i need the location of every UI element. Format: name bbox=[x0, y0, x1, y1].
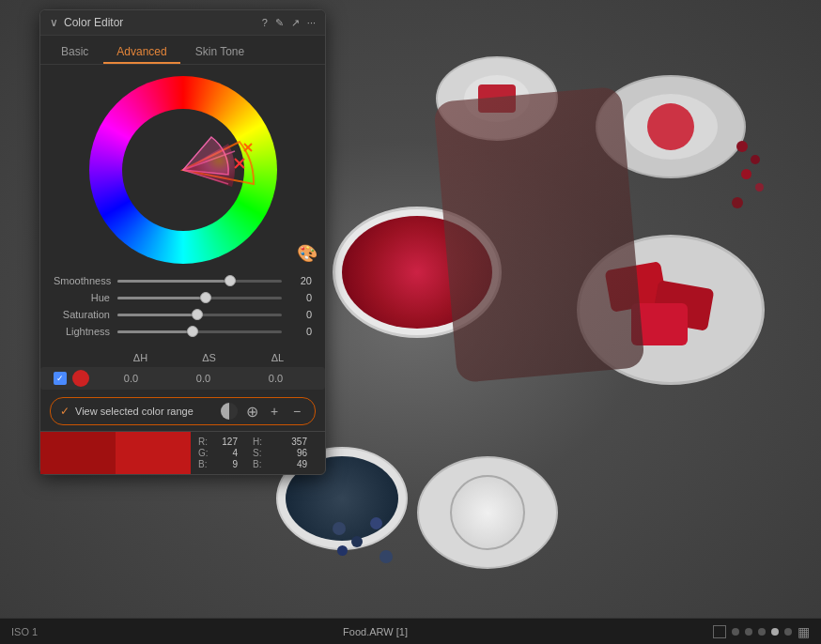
color-preview-after bbox=[116, 432, 191, 474]
dot-1[interactable] bbox=[732, 628, 739, 636]
help-icon[interactable]: ? bbox=[262, 17, 268, 28]
hue-value: 0 bbox=[286, 292, 312, 303]
b-label: B: bbox=[198, 459, 209, 469]
panel-header-left: ∨ Color Editor bbox=[50, 16, 123, 29]
mask-icon[interactable]: ⊕ bbox=[243, 403, 260, 420]
col-header-ds: ΔS bbox=[175, 352, 243, 363]
half-circle-icon[interactable] bbox=[221, 403, 238, 420]
sliders-section: Smoothness 20 Hue 0 Saturation 0 bbox=[40, 271, 325, 350]
add-icon[interactable]: + bbox=[266, 403, 283, 420]
color-wheel-container[interactable] bbox=[89, 76, 277, 264]
b2-spacer bbox=[240, 459, 251, 469]
row-dl-value: 0.0 bbox=[240, 373, 312, 384]
dot-2[interactable] bbox=[745, 628, 752, 636]
chevron-down-icon[interactable]: ∨ bbox=[50, 16, 58, 29]
row-checkbox[interactable]: ✓ bbox=[54, 372, 67, 385]
color-preview-strip: R: 127 H: 357 G: 4 S: 96 B: 9 B: 49 bbox=[40, 431, 325, 474]
subtract-icon[interactable]: − bbox=[288, 403, 305, 420]
arrow-icon[interactable]: ↗ bbox=[291, 17, 300, 29]
row-color-swatch[interactable] bbox=[72, 370, 89, 387]
row-ds-value: 0.0 bbox=[167, 373, 240, 384]
tab-basic[interactable]: Basic bbox=[48, 41, 101, 64]
color-values-display: R: 127 H: 357 G: 4 S: 96 B: 9 B: 49 bbox=[191, 432, 325, 474]
s1-value: 96 bbox=[281, 448, 307, 458]
smoothness-row: Smoothness 20 bbox=[54, 275, 312, 286]
view-range-bar[interactable]: ✓ View selected color range ⊕ + − bbox=[50, 397, 316, 425]
color-table-row: ✓ 0.0 0.0 0.0 bbox=[40, 367, 325, 390]
view-range-label: View selected color range bbox=[75, 406, 215, 417]
bv-label: B: bbox=[253, 459, 279, 469]
more-menu-icon[interactable]: ··· bbox=[307, 17, 316, 28]
eyedropper-icon[interactable]: 🎨 bbox=[297, 243, 318, 264]
smoothness-track[interactable] bbox=[117, 280, 282, 283]
lightness-label: Lightness bbox=[54, 326, 117, 337]
lightness-value: 0 bbox=[286, 326, 312, 337]
saturation-track[interactable] bbox=[117, 314, 282, 316]
col-header-dh: ΔH bbox=[106, 352, 175, 363]
dot-5[interactable] bbox=[784, 628, 792, 636]
color-wheel-area: 🎨 bbox=[40, 65, 325, 271]
panel-title: Color Editor bbox=[64, 16, 123, 29]
tab-skin-tone[interactable]: Skin Tone bbox=[182, 41, 257, 64]
hue-track[interactable] bbox=[117, 297, 282, 299]
r1-value: 127 bbox=[211, 437, 238, 447]
b1-value: 9 bbox=[211, 459, 238, 469]
dot-4[interactable] bbox=[771, 628, 779, 636]
g-label: G: bbox=[198, 448, 209, 458]
lightness-row: Lightness 0 bbox=[54, 326, 312, 337]
dot-3[interactable] bbox=[758, 628, 766, 636]
lightness-track[interactable] bbox=[117, 330, 282, 333]
g1-value: 4 bbox=[211, 448, 238, 458]
bottom-bar-right: ▦ bbox=[713, 624, 810, 639]
panel-header: ∨ Color Editor ? ✎ ↗ ··· bbox=[40, 10, 325, 36]
smoothness-label: Smoothness bbox=[54, 275, 117, 286]
h-label: H: bbox=[253, 437, 279, 447]
color-table-header: ΔH ΔS ΔL bbox=[40, 350, 325, 365]
g2-spacer bbox=[240, 448, 251, 458]
scattered-blueberries bbox=[323, 513, 436, 588]
h1-value: 357 bbox=[281, 437, 307, 447]
bottom-bar: ISO 1 Food.ARW [1] ▦ bbox=[0, 618, 821, 644]
filename: Food.ARW [1] bbox=[343, 626, 408, 637]
saturation-label: Saturation bbox=[54, 309, 117, 320]
iso-info: ISO 1 bbox=[11, 626, 38, 637]
bv1-value: 49 bbox=[281, 459, 307, 469]
panel-header-icons: ? ✎ ↗ ··· bbox=[262, 17, 316, 29]
color-preview-before bbox=[40, 432, 116, 474]
pencil-icon[interactable]: ✎ bbox=[275, 17, 284, 29]
hue-row: Hue 0 bbox=[54, 292, 312, 303]
currants bbox=[718, 141, 793, 310]
r-label: R: bbox=[198, 437, 209, 447]
color-editor-panel: ∨ Color Editor ? ✎ ↗ ··· Basic Advanced … bbox=[39, 9, 326, 475]
tab-advanced[interactable]: Advanced bbox=[103, 41, 179, 64]
smoothness-value: 20 bbox=[286, 275, 312, 286]
s-label: S: bbox=[253, 448, 279, 458]
row-dh-value: 0.0 bbox=[95, 373, 167, 384]
color-wheel-inner bbox=[122, 109, 244, 231]
saturation-value: 0 bbox=[286, 309, 312, 320]
tabs: Basic Advanced Skin Tone bbox=[40, 36, 325, 65]
col-header-dl: ΔL bbox=[243, 352, 312, 363]
plate-swirl-bottom bbox=[417, 456, 558, 569]
cloth-napkin bbox=[433, 86, 644, 383]
view-mode-icon[interactable] bbox=[713, 625, 726, 638]
filmstrip-icon[interactable]: ▦ bbox=[798, 624, 810, 639]
hue-label: Hue bbox=[54, 292, 117, 303]
r2-spacer bbox=[240, 437, 251, 447]
saturation-row: Saturation 0 bbox=[54, 309, 312, 320]
view-range-checkmark: ✓ bbox=[60, 405, 70, 418]
